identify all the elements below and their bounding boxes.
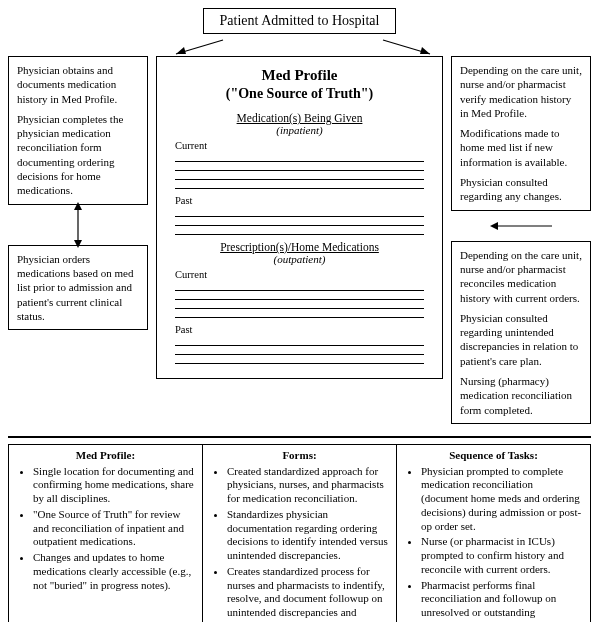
arrow-left-icon <box>486 218 556 234</box>
right-connector <box>451 211 591 241</box>
right2-p3: Nursing (pharmacy) medication reconcilia… <box>460 374 582 417</box>
section2-head: Prescription(s)/Home Medications <box>175 241 424 253</box>
divider <box>8 436 591 438</box>
right2-p2: Physician consulted regarding unintended… <box>460 311 582 368</box>
right-box-1: Depending on the care unit, nurse and/or… <box>451 56 591 211</box>
section1-head: Medication(s) Being Given <box>175 112 424 124</box>
bottom-table: Med Profile: Single location for documen… <box>8 444 591 622</box>
left1-p2: Physician completes the physician medica… <box>17 112 139 198</box>
left-box-1: Physician obtains and documents medicati… <box>8 56 148 205</box>
arrow-diagonal-left-icon <box>168 38 228 58</box>
lines-past-1 <box>175 208 424 235</box>
bottom-col2-list: Created standardized approach for physic… <box>211 465 388 622</box>
label-past-1: Past <box>175 195 424 206</box>
section2-sub: (outpatient) <box>175 253 424 265</box>
bottom-col1-title: Med Profile: <box>17 449 194 463</box>
center-column: Med Profile ("One Source of Truth") Medi… <box>156 56 443 379</box>
lines-current-1 <box>175 153 424 189</box>
list-item: "One Source of Truth" for review and rec… <box>33 508 194 549</box>
left1-p1: Physician obtains and documents medicati… <box>17 63 139 106</box>
arrow-diagonal-right-icon <box>378 38 438 58</box>
bottom-col1-list: Single location for documenting and conf… <box>17 465 194 593</box>
title-arrows <box>8 38 591 56</box>
right-box-2: Depending on the care unit, nurse and/or… <box>451 241 591 424</box>
bottom-col3-list: Physician prompted to complete medicatio… <box>405 465 582 622</box>
svg-marker-8 <box>490 222 498 230</box>
title-text: Patient Admitted to Hospital <box>220 13 380 28</box>
lines-current-2 <box>175 282 424 318</box>
double-arrow-vertical-icon <box>68 200 88 250</box>
main-row: Physician obtains and documents medicati… <box>8 56 591 424</box>
list-item: Physician prompted to complete medicatio… <box>421 465 582 534</box>
label-current-1: Current <box>175 140 424 151</box>
svg-marker-1 <box>176 47 186 54</box>
right1-p2: Modifications made to home med list if n… <box>460 126 582 169</box>
med-profile-panel: Med Profile ("One Source of Truth") Medi… <box>156 56 443 379</box>
list-item: Standardizes physician documentation reg… <box>227 508 388 563</box>
list-item: Nurse (or pharmacist in ICUs) prompted t… <box>421 535 582 576</box>
lines-past-2 <box>175 337 424 364</box>
left2-p1: Physician orders medications based on me… <box>17 252 139 323</box>
section1-sub: (inpatient) <box>175 124 424 136</box>
bottom-col-3: Sequence of Tasks: Physician prompted to… <box>396 445 590 622</box>
svg-marker-5 <box>74 202 82 210</box>
right-column: Depending on the care unit, nurse and/or… <box>451 56 591 424</box>
list-item: Creates standardized process for nurses … <box>227 565 388 622</box>
right1-p3: Physician consulted regarding any change… <box>460 175 582 204</box>
left-column: Physician obtains and documents medicati… <box>8 56 148 330</box>
bottom-col-2: Forms: Created standardized approach for… <box>202 445 396 622</box>
center-subtitle: ("One Source of Truth") <box>175 86 424 102</box>
right2-p1: Depending on the care unit, nurse and/or… <box>460 248 582 305</box>
title-box: Patient Admitted to Hospital <box>203 8 397 34</box>
list-item: Created standardized approach for physic… <box>227 465 388 506</box>
center-title: Med Profile <box>175 67 424 84</box>
right1-p1: Depending on the care unit, nurse and/or… <box>460 63 582 120</box>
bottom-col-1: Med Profile: Single location for documen… <box>9 445 202 622</box>
list-item: Pharmacist performs final reconciliation… <box>421 579 582 622</box>
bottom-col2-title: Forms: <box>211 449 388 463</box>
svg-marker-3 <box>420 47 430 54</box>
label-current-2: Current <box>175 269 424 280</box>
left-connector <box>8 205 148 245</box>
bottom-col3-title: Sequence of Tasks: <box>405 449 582 463</box>
list-item: Single location for documenting and conf… <box>33 465 194 506</box>
left-box-2: Physician orders medications based on me… <box>8 245 148 330</box>
list-item: Changes and updates to home medications … <box>33 551 194 592</box>
label-past-2: Past <box>175 324 424 335</box>
